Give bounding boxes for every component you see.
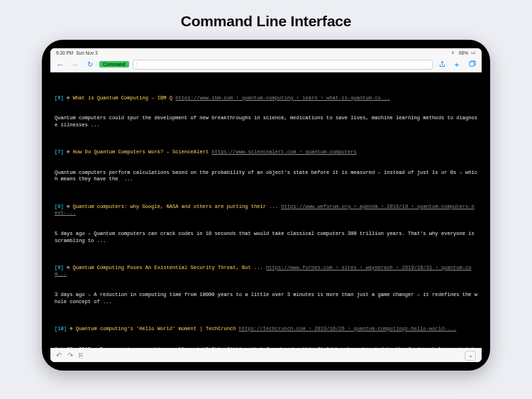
tablet-frame: 9:20 PM Sun Nov 3 ᯤ 68% ▭ ← → ↻ Command …: [42, 40, 490, 371]
result-summary: Quantum computers perform calculations b…: [55, 170, 477, 183]
result-row: [7] ⊕ How Do Quantum Computers Work? – S…: [55, 149, 477, 156]
toolbar: ← → ↻ Command : +: [50, 57, 482, 72]
reload-button[interactable]: ↻: [84, 59, 96, 70]
undo-button[interactable]: ↶: [56, 351, 62, 359]
result-row: [6] ⊕ What is Quantum Computing – IBM Q …: [55, 95, 477, 102]
result-summary: 5 days ago – Quantum computers can crack…: [55, 231, 477, 244]
forward-button[interactable]: →: [70, 59, 81, 70]
back-button[interactable]: ←: [55, 59, 66, 70]
battery-pct: 68%: [459, 50, 468, 55]
status-time: 9:20 PM: [56, 50, 73, 55]
globe-icon: ⊕: [67, 204, 70, 209]
result-row: [8] ⊕ Quantum computers: why Google, NAS…: [55, 204, 477, 217]
globe-icon: ⊕: [67, 95, 70, 101]
status-bar: 9:20 PM Sun Nov 3 ᯤ 68% ▭: [50, 48, 482, 57]
share-button[interactable]: [436, 59, 448, 70]
bottom-bar: ↶ ↷ ⎘ ⌄: [50, 348, 482, 362]
status-date: Sun Nov 3: [76, 50, 97, 55]
redo-button[interactable]: ↷: [67, 351, 73, 359]
result-summary: Quantum computers could spur the develop…: [55, 115, 477, 129]
tabs-button[interactable]: [466, 59, 477, 70]
clipboard-button[interactable]: ⎘: [79, 351, 83, 359]
globe-icon: ⊕: [67, 149, 70, 155]
wifi-icon: ᯤ: [451, 50, 456, 55]
page-title: Command Line Interface: [0, 0, 532, 40]
address-bar[interactable]: :: [133, 60, 433, 70]
command-badge: Command: [99, 61, 129, 67]
globe-icon: ⊕: [70, 326, 72, 332]
add-tab-button[interactable]: +: [451, 59, 462, 70]
globe-icon: ⊕: [67, 265, 70, 270]
result-row: [10] ⊕ Quantum computing's 'Hello World'…: [55, 326, 477, 333]
collapse-button[interactable]: ⌄: [465, 351, 476, 361]
svg-rect-0: [469, 62, 473, 66]
result-row: [9] ⊕ Quantum Computing Poses An Existen…: [55, 265, 477, 278]
terminal[interactable]: [6] ⊕ What is Quantum Computing – IBM Q …: [50, 72, 482, 348]
battery-icon: ▭: [471, 50, 476, 55]
screen: 9:20 PM Sun Nov 3 ᯤ 68% ▭ ← → ↻ Command …: [50, 48, 482, 362]
result-summary: 3 days ago – A reduction in computing ti…: [55, 292, 477, 305]
